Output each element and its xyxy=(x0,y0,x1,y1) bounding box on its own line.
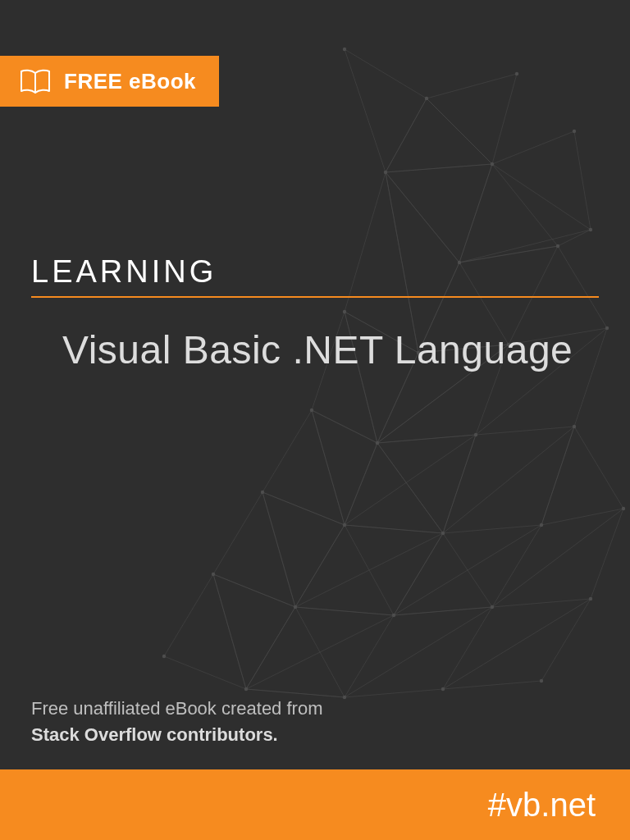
svg-point-13 xyxy=(376,441,379,445)
book-icon xyxy=(18,68,52,94)
footer-credit: Free unaffiliated eBook created from Sta… xyxy=(31,696,599,748)
svg-point-29 xyxy=(441,687,445,691)
credit-line-1: Free unaffiliated eBook created from xyxy=(31,698,322,719)
svg-point-5 xyxy=(573,130,576,133)
svg-point-21 xyxy=(261,491,264,494)
free-ebook-badge: FREE eBook xyxy=(0,56,219,107)
svg-point-30 xyxy=(540,679,543,682)
hashtag-text: #vb.net xyxy=(488,787,596,824)
svg-point-2 xyxy=(384,171,387,174)
svg-point-6 xyxy=(589,228,592,231)
credit-line-2: Stack Overflow contributors. xyxy=(31,724,278,745)
svg-point-19 xyxy=(540,523,543,527)
svg-point-1 xyxy=(425,97,428,100)
svg-point-22 xyxy=(294,605,297,609)
svg-point-15 xyxy=(573,425,576,428)
svg-point-0 xyxy=(343,48,346,51)
kicker-text: LEARNING xyxy=(31,254,599,298)
svg-point-4 xyxy=(491,162,494,166)
svg-point-27 xyxy=(244,687,248,691)
bottom-bar: #vb.net xyxy=(0,769,630,840)
svg-point-8 xyxy=(556,244,559,248)
svg-point-11 xyxy=(605,326,609,330)
svg-point-31 xyxy=(162,655,166,658)
subject-title: Visual Basic .NET Language xyxy=(62,321,599,380)
svg-point-26 xyxy=(212,573,215,576)
svg-point-20 xyxy=(622,507,625,510)
svg-point-16 xyxy=(310,409,313,412)
svg-point-17 xyxy=(343,523,346,527)
svg-point-23 xyxy=(392,614,395,617)
svg-point-18 xyxy=(441,532,445,535)
title-block: LEARNING Visual Basic .NET Language xyxy=(31,254,599,380)
svg-point-3 xyxy=(515,72,518,75)
badge-label: FREE eBook xyxy=(64,69,196,94)
svg-point-24 xyxy=(491,605,494,609)
svg-point-14 xyxy=(474,433,477,436)
svg-point-25 xyxy=(589,597,592,600)
